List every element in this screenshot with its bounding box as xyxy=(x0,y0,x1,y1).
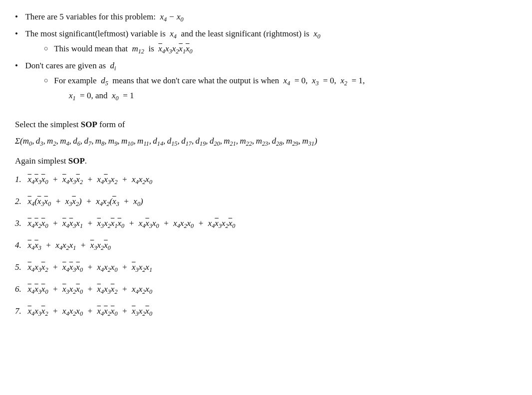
sigma-expression: Σ(m0, d3, m2, m4, d6, d7, m8, m9, m10, m… xyxy=(15,134,514,149)
answer-item-6: 6. x4x3x0 + x3x2x0 + x4x3x2 + x4x2x0 xyxy=(15,282,514,297)
answer-item-7: 7. x4x3x2 + x4x2x0 + x4x2x0 + x3x2x0 xyxy=(15,304,514,319)
bullet-item-2: The most significant(leftmost) variable … xyxy=(15,27,514,57)
answer-item-1: 1. x4x3x0 + x4x3x2 + x4x3x2 + x4x2x0 xyxy=(15,173,514,188)
main-content: There are 5 variables for this problem: … xyxy=(15,10,514,319)
answer-item-3: 3. x4x2x0 + x4x3x1 + x3x2x1x0 + x4x3x0 +… xyxy=(15,216,514,231)
sub-item-3-1: For example d5 means that we don't care … xyxy=(44,74,514,104)
answer-list: 1. x4x3x0 + x4x3x2 + x4x3x2 + x4x2x0 2. … xyxy=(15,173,514,319)
select-label: Select the simplest SOP form of xyxy=(15,118,514,131)
bullet-list: There are 5 variables for this problem: … xyxy=(15,10,514,104)
answer-item-4: 4. x4x3 + x4x2x1 + x3x2x0 xyxy=(15,238,514,253)
answer-item-2: 2. x4(x3x0 + x3x2) + x4x2(x3 + x0) xyxy=(15,195,514,209)
again-sop-label: Again simplest SOP. xyxy=(15,154,514,168)
bullet-item-1: There are 5 variables for this problem: … xyxy=(15,10,514,25)
bullet-item-3: Don't cares are given as di For example … xyxy=(15,59,514,104)
answer-item-5: 5. x4x3x2 + x4x3x0 + x4x2x0 + x3x2x1 xyxy=(15,260,514,275)
sub-list-2: This would mean that m12 is x4x3x2x1x0 xyxy=(25,42,514,57)
sub-list-3: For example d5 means that we don't care … xyxy=(25,74,514,104)
math-expr-1: x4 − x0 xyxy=(160,12,183,21)
section-select: Select the simplest SOP form of Σ(m0, d3… xyxy=(15,118,514,168)
sub-item-2-1: This would mean that m12 is x4x3x2x1x0 xyxy=(44,42,514,57)
